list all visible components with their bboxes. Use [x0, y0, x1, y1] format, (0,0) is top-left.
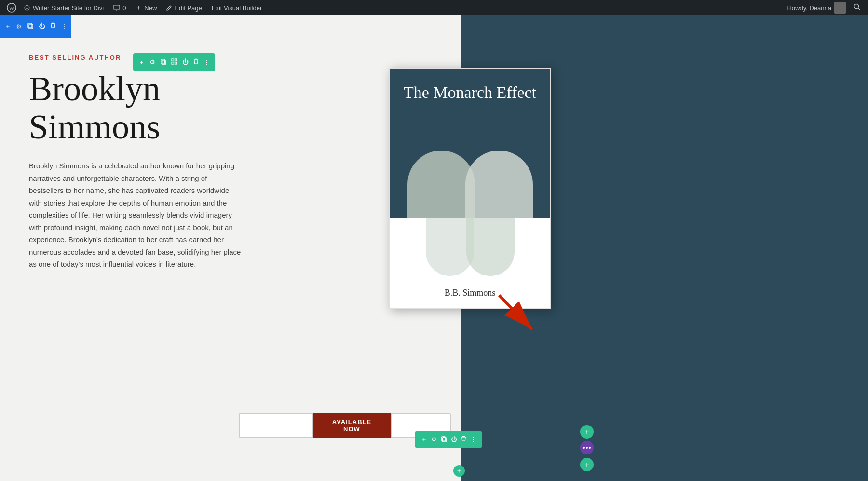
svg-rect-10: [172, 59, 174, 61]
user-avatar: [834, 2, 846, 14]
module-more-icon[interactable]: ⋮: [470, 436, 476, 443]
admin-bar-right: Howdy, Deanna: [787, 2, 864, 14]
section-delete-icon[interactable]: [193, 58, 199, 67]
svg-rect-12: [172, 62, 174, 64]
author-name: BrooklynSimmons: [29, 70, 432, 146]
section-power-icon[interactable]: ⏻: [182, 58, 189, 66]
arch-bottom-right: [466, 218, 515, 276]
book-title: The Monarch Effect: [394, 83, 546, 103]
module-add-icon[interactable]: ＋: [420, 435, 427, 444]
site-name[interactable]: W Writer Starter Site for Divi: [19, 4, 108, 12]
divi-clone-icon[interactable]: [27, 22, 34, 31]
butterfly-bottom-decoration: [390, 218, 550, 276]
divi-power-icon[interactable]: ⏻: [39, 23, 45, 30]
page-content: ＋ ⚙ ⏻ ⋮ BEST SELLING AUTHOR BrooklynSimm…: [0, 15, 868, 481]
divi-more-icon[interactable]: ⋮: [61, 23, 68, 31]
svg-line-5: [858, 8, 860, 10]
module-settings-icon[interactable]: ⚙: [431, 436, 437, 443]
arch-left: [407, 151, 475, 218]
module-delete-icon[interactable]: [461, 436, 466, 444]
cta-input-left[interactable]: [239, 413, 313, 438]
book-author: B.B. Simmons: [445, 288, 496, 298]
svg-line-15: [499, 295, 532, 329]
bottom-plus-button[interactable]: ＋: [580, 458, 594, 471]
section-toolbar: ＋ ⚙ ⏻ ⋮: [133, 53, 215, 71]
divi-delete-icon[interactable]: [50, 22, 56, 31]
svg-point-18: [583, 447, 585, 449]
new-link[interactable]: ＋ New: [131, 3, 162, 12]
section-settings-icon[interactable]: ⚙: [149, 58, 155, 66]
module-power-icon[interactable]: ⏻: [451, 436, 457, 443]
divi-toolbar: ＋ ⚙ ⏻ ⋮: [0, 15, 71, 38]
available-now-button[interactable]: AVAILABLE NOW: [313, 413, 390, 438]
howdy-user[interactable]: Howdy, Deanna: [787, 2, 846, 14]
divi-add-icon[interactable]: ＋: [4, 22, 11, 31]
section-add-icon[interactable]: ＋: [138, 58, 145, 67]
module-toolbar: ＋ ⚙ ⏻ ⋮: [415, 431, 482, 448]
section-more-icon[interactable]: ⋮: [203, 58, 210, 66]
section-grid-icon[interactable]: [171, 58, 177, 67]
wp-logo-icon[interactable]: W: [4, 0, 19, 15]
right-panel: The Monarch Effect B.B. Simmons: [461, 15, 868, 481]
module-plus-button[interactable]: ＋: [453, 465, 465, 477]
section-clone-icon[interactable]: [160, 58, 166, 67]
svg-text:W: W: [9, 5, 14, 11]
admin-bar: W W Writer Starter Site for Divi 0 ＋ New…: [0, 0, 868, 15]
edit-page-link[interactable]: Edit Page: [162, 4, 206, 12]
divi-settings-icon[interactable]: ⚙: [16, 23, 22, 31]
author-bio: Brooklyn Simmons is a celebrated author …: [29, 160, 241, 271]
butterfly-top-decoration: [390, 151, 550, 218]
book-cover: The Monarch Effect B.B. Simmons: [389, 68, 551, 309]
search-icon[interactable]: [850, 3, 864, 12]
comments-link[interactable]: 0: [108, 4, 131, 12]
svg-point-20: [589, 447, 591, 449]
svg-rect-11: [175, 59, 177, 61]
svg-text:W: W: [26, 6, 29, 10]
comments-count: 0: [122, 4, 126, 12]
arch-right: [465, 151, 533, 218]
svg-point-4: [854, 4, 859, 9]
book-cover-top: The Monarch Effect: [390, 69, 550, 218]
teal-plus-button[interactable]: ＋: [580, 425, 594, 439]
svg-rect-13: [175, 62, 177, 64]
module-clone-icon[interactable]: [441, 436, 447, 444]
purple-menu-button[interactable]: [580, 441, 594, 454]
svg-point-19: [586, 447, 588, 449]
red-arrow-indicator: [489, 286, 547, 344]
best-selling-label: BEST SELLING AUTHOR: [29, 54, 432, 61]
exit-builder-link[interactable]: Exit Visual Builder: [207, 4, 267, 12]
